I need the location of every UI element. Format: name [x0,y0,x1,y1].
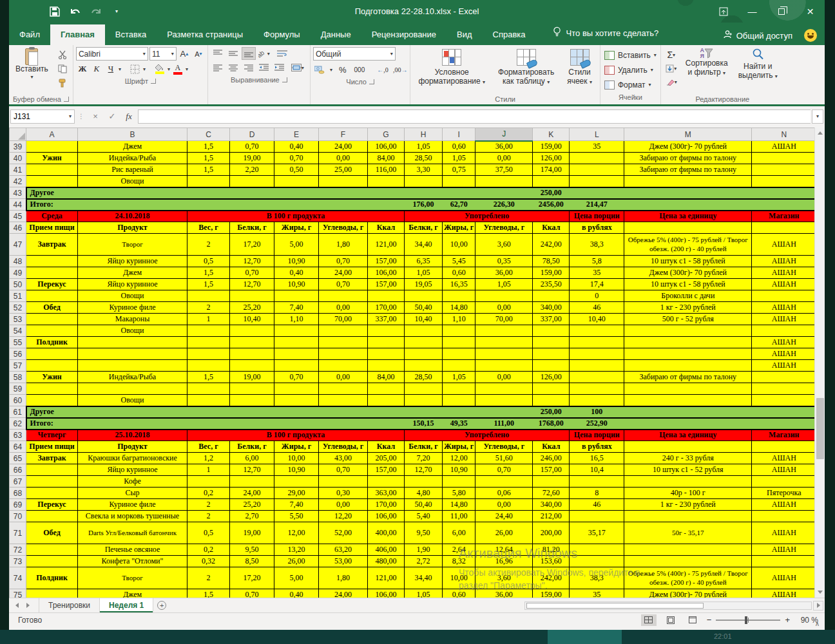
column-header-F[interactable]: F [319,128,368,141]
cell-K70[interactable]: 212,00 [533,511,570,522]
cell-F74[interactable]: 1,80 [319,567,368,589]
undo-icon[interactable] [70,6,81,17]
row-header-48[interactable]: 48 [10,256,26,267]
cell-C69[interactable]: 2 [187,499,230,511]
cell-A58[interactable]: Ужин [26,372,78,383]
cell-M46[interactable] [624,222,752,234]
cell-J59[interactable] [475,383,533,395]
cell-D39[interactable]: 0,70 [230,141,274,153]
cell-J70[interactable]: 24,40 [475,511,533,522]
row-header-59[interactable]: 59 [10,383,26,395]
cell-I44[interactable]: 62,70 [443,199,475,211]
page-break-view-icon[interactable] [685,614,700,626]
cell-G74[interactable]: 121,00 [368,567,405,589]
paste-dropdown-icon[interactable]: ▾ [30,74,33,80]
cell-J42[interactable] [475,176,533,187]
cell-H43[interactable] [405,187,443,199]
cell-M42[interactable] [624,176,752,187]
paste-button[interactable]: Вставить ▾ [12,47,52,81]
cell-D64[interactable]: Белки, г [230,441,274,453]
cell-G62[interactable] [368,418,405,430]
taskbar-active-app[interactable] [548,630,622,644]
cell-A52[interactable]: Обед [26,302,78,314]
align-top-icon[interactable] [211,47,225,60]
cell-L71[interactable]: 35,17 [570,522,624,544]
cell-J51[interactable] [475,290,533,302]
cell-C75[interactable]: 1,5 [187,589,230,598]
cell-N42[interactable] [752,176,816,187]
row-header-62[interactable]: 62 [10,418,26,430]
cell-K65[interactable]: 246,00 [533,453,570,464]
insert-function-icon[interactable]: fx [121,109,137,124]
cell-C50[interactable]: 1,5 [187,279,230,290]
cell-J50[interactable]: 1,05 [475,279,533,290]
cell-N49[interactable]: АШАН [752,267,816,279]
cell-L39[interactable]: 35 [570,141,624,153]
cell-M70[interactable] [624,511,752,522]
cell-B53[interactable]: Макароны [78,314,187,325]
cell-E64[interactable]: Жиры, г [274,441,319,453]
cell-G50[interactable]: 157,00 [368,279,405,290]
cell-E42[interactable] [274,176,319,187]
column-header-H[interactable]: H [405,128,443,141]
underline-dropdown-icon[interactable]: ▾ [119,66,121,72]
cell-C52[interactable]: 2 [187,302,230,314]
cell-I74[interactable]: 10,00 [443,567,475,589]
column-header-E[interactable]: E [274,128,319,141]
cell-I65[interactable]: 12,00 [443,453,475,464]
cell-I47[interactable]: 10,00 [443,234,475,256]
cell-D68[interactable]: 24,00 [230,488,274,499]
cell-H49[interactable]: 1,05 [405,267,443,279]
cell-G60[interactable] [368,395,405,406]
cell-H69[interactable]: 50,40 [405,499,443,511]
cell-D47[interactable]: 17,20 [230,234,274,256]
cell-I67[interactable] [443,476,475,488]
cell-H66[interactable]: 12,70 [405,464,443,476]
cell-N74[interactable]: АШАН [752,567,816,589]
cell-D55[interactable] [230,337,274,348]
number-format-select[interactable]: Общий▾ [313,47,396,61]
cell-L51[interactable]: 0 [570,290,624,302]
cell-I75[interactable]: 0,60 [443,589,475,598]
cell-J71[interactable]: 26,00 [475,522,533,544]
cell-E47[interactable]: 5,00 [274,234,319,256]
cell-B42[interactable]: Овощи [78,176,187,187]
align-left-icon[interactable] [211,61,225,74]
cell-L45[interactable]: Цена порции [570,211,624,222]
copy-icon[interactable] [55,62,70,75]
cell-H47[interactable]: 34,40 [405,234,443,256]
cell-C60[interactable] [187,395,230,406]
cell-N50[interactable]: АШАН [752,279,816,290]
cell-H39[interactable]: 1,05 [405,141,443,153]
cell-A40[interactable]: Ужин [26,153,78,164]
row-header-51[interactable]: 51 [10,290,26,302]
format-painter-icon[interactable] [55,77,70,90]
cell-A42[interactable] [26,176,78,187]
cell-C62[interactable] [187,418,230,430]
cell-E68[interactable]: 29,00 [274,488,319,499]
row-header-63[interactable]: 63 [10,430,26,441]
cell-L61[interactable]: 100 [570,406,624,418]
cell-E50[interactable]: 10,90 [274,279,319,290]
cell-G70[interactable]: 106,00 [368,511,405,522]
cell-L62[interactable]: 252,90 [570,418,624,430]
cell-I60[interactable] [443,395,475,406]
cell-M73[interactable] [624,556,752,567]
cell-I64[interactable]: Жиры, г [443,441,475,453]
cell-B41[interactable]: Рис вареный [78,164,187,176]
tab-page-layout[interactable]: Разметка страницы [157,24,253,45]
row-header-39[interactable]: 39 [10,141,26,153]
cell-D52[interactable]: 25,20 [230,302,274,314]
cell-K42[interactable] [533,176,570,187]
cell-E55[interactable] [274,337,319,348]
cell-D54[interactable] [230,325,274,337]
alignment-dialog-launcher[interactable] [282,77,287,82]
cell-K60[interactable] [533,395,570,406]
cell-F52[interactable]: 0,00 [319,302,368,314]
cell-B58[interactable]: Индейка/Рыба [78,372,187,383]
cell-J46[interactable]: Углеводы, г [475,222,533,234]
cell-H70[interactable]: 5,40 [405,511,443,522]
new-sheet-button[interactable]: + [153,598,170,612]
column-header-I[interactable]: I [443,128,475,141]
cell-H58[interactable]: 28,50 [405,372,443,383]
